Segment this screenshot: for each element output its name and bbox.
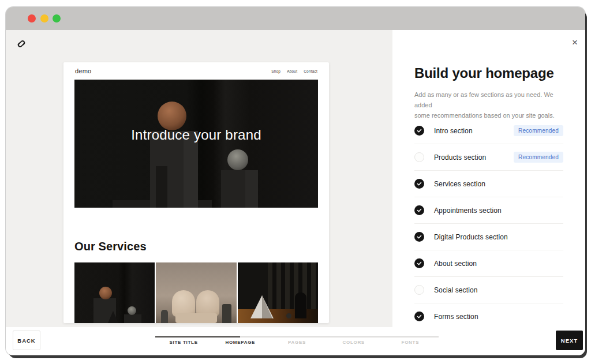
footer-bar: BACK SITE TITLEHOMEPAGEPAGESCOLORSFONTS … — [6, 327, 585, 355]
section-row-services-section[interactable]: Services section — [414, 171, 563, 197]
section-row-products-section[interactable]: Products sectionRecommended — [414, 144, 563, 171]
build-homepage-panel: × Build your homepage Add as many or as … — [392, 30, 585, 355]
preview-nav-link-shop: Shop — [271, 69, 280, 73]
preview-site-title: demo — [75, 67, 91, 74]
hero-pedestal-small — [221, 170, 258, 208]
section-label: Services section — [434, 180, 485, 188]
panel-subtitle-line1: Add as many or as few sections as you ne… — [414, 89, 564, 110]
checkbox-checked[interactable] — [414, 258, 424, 268]
next-button[interactable]: NEXT — [556, 331, 583, 350]
preview-nav-link-about: About — [287, 69, 297, 73]
service-thumb-armchair — [156, 262, 236, 323]
check-icon — [417, 314, 422, 319]
section-row-intro-section[interactable]: Intro sectionRecommended — [414, 118, 563, 144]
step-homepage: HOMEPAGE — [212, 340, 268, 345]
window-close-icon[interactable] — [28, 14, 36, 22]
window-maximize-icon[interactable] — [53, 14, 61, 22]
section-row-about-section[interactable]: About section — [414, 250, 563, 277]
section-label: About section — [434, 260, 477, 268]
progress-fill — [155, 336, 240, 337]
section-label: Social section — [434, 286, 477, 294]
services-heading: Our Services — [74, 240, 147, 253]
checkbox-checked[interactable] — [414, 205, 424, 215]
squarespace-logo-icon — [15, 37, 28, 50]
panel-title: Build your homepage — [414, 65, 554, 81]
check-icon — [417, 234, 422, 239]
hero-heading: Introduce your brand — [74, 127, 318, 143]
recommended-badge: Recommended — [514, 125, 563, 136]
site-preview-card: demo ShopAboutContact Introduce your bra… — [63, 62, 329, 323]
section-row-forms-section[interactable]: Forms section — [414, 303, 563, 330]
checkbox-checked[interactable] — [414, 312, 424, 321]
browser-window: demo ShopAboutContact Introduce your bra… — [6, 7, 585, 355]
progress-track — [155, 336, 439, 337]
check-icon — [417, 208, 422, 213]
section-label: Intro section — [434, 127, 473, 135]
check-icon — [417, 181, 422, 186]
checkbox-unchecked[interactable] — [414, 152, 424, 162]
hero-copper-sphere — [158, 102, 186, 130]
checkbox-unchecked[interactable] — [414, 285, 424, 295]
check-icon — [417, 128, 422, 133]
hero-pedestal-front — [156, 166, 167, 208]
panel-subtitle: Add as many or as few sections as you ne… — [414, 89, 564, 121]
back-button[interactable]: BACK — [13, 331, 40, 350]
close-icon[interactable]: × — [569, 37, 581, 48]
preview-nav-link-contact: Contact — [304, 69, 317, 73]
window-body: demo ShopAboutContact Introduce your bra… — [6, 30, 585, 355]
section-label: Appointments section — [434, 207, 502, 215]
service-thumb-pyramid — [238, 262, 318, 323]
checkbox-checked[interactable] — [414, 232, 424, 242]
section-label: Products section — [434, 153, 486, 162]
preview-header: demo ShopAboutContact — [63, 62, 329, 80]
section-label: Forms section — [434, 313, 478, 321]
section-row-appointments-section[interactable]: Appointments section — [414, 197, 563, 224]
step-fonts: FONTS — [382, 340, 439, 345]
check-icon — [417, 261, 422, 266]
service-thumb-spheres — [74, 262, 155, 323]
window-minimize-icon[interactable] — [40, 14, 48, 22]
section-list: Intro sectionRecommendedProducts section… — [414, 118, 563, 330]
checkbox-checked[interactable] — [414, 179, 424, 189]
checkbox-checked[interactable] — [414, 126, 424, 136]
preview-nav: ShopAboutContact — [271, 69, 317, 73]
section-row-digital-products-section[interactable]: Digital Products section — [414, 224, 563, 250]
section-row-social-section[interactable]: Social section — [414, 277, 563, 303]
screenshot-stage: demo ShopAboutContact Introduce your bra… — [0, 0, 591, 364]
recommended-badge: Recommended — [514, 152, 563, 163]
hero-gray-sphere — [227, 149, 248, 170]
step-colors: COLORS — [326, 340, 382, 345]
section-label: Digital Products section — [434, 233, 508, 241]
services-thumbnails — [74, 262, 318, 323]
stepper: SITE TITLEHOMEPAGEPAGESCOLORSFONTS — [155, 340, 439, 345]
step-pages: PAGES — [268, 340, 325, 345]
step-site-title: SITE TITLE — [155, 340, 212, 345]
preview-hero-image: Introduce your brand — [74, 80, 318, 208]
window-titlebar — [6, 7, 585, 30]
